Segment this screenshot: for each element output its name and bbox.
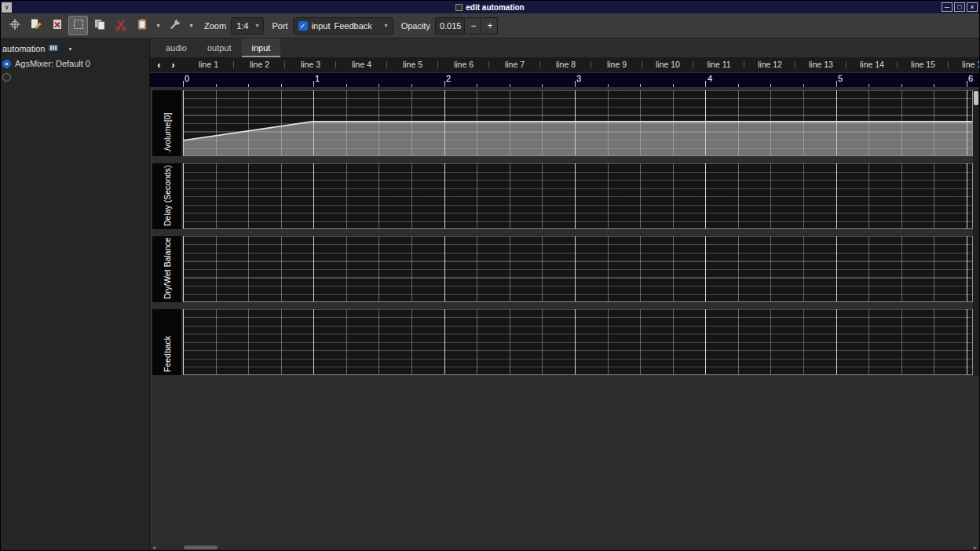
line-cells: line 1 line 2 line 3 line 4 line 5 line … bbox=[183, 57, 979, 72]
edit-tool-button[interactable] bbox=[26, 16, 46, 35]
zoom-label: Zoom bbox=[204, 21, 226, 31]
vertical-scrollbar[interactable] bbox=[973, 90, 979, 376]
select-icon bbox=[72, 18, 85, 34]
opacity-label: Opacity bbox=[401, 21, 430, 31]
lane-label-dry-wet: Dry/Wet Balance bbox=[152, 236, 181, 302]
scissors-icon bbox=[115, 18, 127, 34]
opacity-increment-button[interactable]: + bbox=[483, 17, 498, 35]
position-tool-button[interactable] bbox=[5, 16, 24, 35]
machine-radio-row[interactable] bbox=[2, 71, 148, 82]
line-label: line 7 bbox=[489, 57, 540, 72]
app-icon bbox=[455, 4, 463, 11]
tab-output[interactable]: output bbox=[197, 38, 242, 57]
paste-tool-button[interactable] bbox=[132, 16, 152, 35]
position-icon bbox=[9, 18, 21, 34]
line-label: line 16 bbox=[949, 57, 979, 72]
scroll-left-button[interactable]: ‹ bbox=[153, 60, 165, 70]
chevron-down-icon: ▾ bbox=[189, 22, 192, 29]
scroll-right-button[interactable]: › bbox=[167, 60, 179, 70]
horizontal-scrollbar-track[interactable] bbox=[159, 543, 970, 551]
zoom-combo[interactable]: 1:4 ▾ bbox=[231, 17, 264, 35]
tool-menu-button[interactable] bbox=[165, 16, 185, 35]
volume-automation-grid[interactable] bbox=[183, 90, 973, 156]
volume-automation-curve[interactable] bbox=[183, 90, 972, 155]
automation-lane: Dry/Wet Balance bbox=[150, 236, 979, 302]
dry-wet-automation-grid[interactable] bbox=[183, 236, 973, 302]
tab-audio[interactable]: audio bbox=[155, 38, 197, 57]
line-label: line 6 bbox=[438, 57, 489, 72]
line-label: line 14 bbox=[847, 57, 898, 72]
sidebar-title: automation bbox=[2, 44, 45, 53]
line-label: line 2 bbox=[234, 57, 285, 72]
line-label: line 11 bbox=[693, 57, 744, 72]
volume-curve-fill bbox=[183, 122, 972, 155]
clear-tool-button[interactable] bbox=[47, 16, 67, 35]
port-label: Port bbox=[272, 21, 287, 31]
automation-lane: Feedback bbox=[150, 309, 979, 375]
chevron-down-icon: ▾ bbox=[385, 22, 388, 29]
opacity-decrement-button[interactable]: − bbox=[466, 17, 481, 35]
scrollbar-left-arrow-icon[interactable]: ◂ bbox=[150, 544, 158, 551]
horizontal-scrollbar[interactable]: ◂ ▸ bbox=[150, 543, 979, 551]
port-combo[interactable]: ✓ input Feedback ▾ bbox=[293, 17, 393, 35]
maximize-button[interactable]: □ bbox=[954, 2, 965, 12]
line-label: line 4 bbox=[336, 57, 387, 72]
line-label: line 5 bbox=[387, 57, 438, 72]
automation-editor: audio output input ‹ › line 1 line 2 lin… bbox=[150, 38, 979, 551]
clipboard-icon bbox=[136, 18, 148, 34]
timeline-ruler: 0 1 2 3 4 5 6 bbox=[150, 73, 979, 87]
line-label: line 1 bbox=[183, 57, 234, 72]
window-menu-button[interactable]: ∨ bbox=[2, 2, 12, 13]
toolbar: ▾ ▾ Zoom 1:4 ▾ Port ✓ input Feedback ▾ O… bbox=[1, 13, 979, 38]
paste-dropdown-button[interactable]: ▾ bbox=[153, 16, 163, 35]
machine-icon bbox=[48, 42, 59, 55]
wrench-icon bbox=[169, 18, 181, 34]
delay-automation-grid[interactable] bbox=[183, 163, 973, 229]
radio-selected-icon[interactable] bbox=[2, 60, 11, 68]
chevron-down-icon: ▾ bbox=[156, 22, 159, 29]
minimize-button[interactable]: ─ bbox=[942, 2, 953, 12]
machine-sidebar: automation ▾ AgsMixer: Default 0 bbox=[1, 38, 150, 551]
line-label: line 8 bbox=[540, 57, 591, 72]
feedback-automation-grid[interactable] bbox=[183, 309, 973, 375]
lane-label-delay: Delay (Seconds) bbox=[152, 163, 181, 229]
zoom-value: 1:4 bbox=[236, 21, 248, 31]
line-label: line 3 bbox=[285, 57, 336, 72]
chevron-down-icon: ▾ bbox=[255, 22, 258, 29]
port-value: Feedback bbox=[334, 21, 371, 31]
lane-label-feedback: Feedback bbox=[152, 309, 181, 375]
port-checkbox[interactable]: ✓ bbox=[298, 21, 308, 31]
horizontal-scrollbar-handle[interactable] bbox=[184, 546, 218, 549]
titlebar: ∨ edit automation ─ □ × bbox=[1, 1, 979, 13]
lane-label-volume: ./volume[0] bbox=[152, 90, 181, 156]
pencil-icon bbox=[30, 18, 42, 34]
line-label: line 12 bbox=[744, 57, 795, 72]
line-label: line 15 bbox=[898, 57, 949, 72]
cut-tool-button[interactable] bbox=[111, 16, 130, 35]
automation-lane: Delay (Seconds) bbox=[150, 163, 979, 229]
clear-icon bbox=[51, 18, 64, 34]
opacity-input[interactable]: 0.015 bbox=[435, 17, 465, 35]
vertical-scrollbar-handle[interactable] bbox=[974, 91, 978, 105]
copy-tool-button[interactable] bbox=[90, 16, 109, 35]
tool-menu-dropdown-button[interactable]: ▾ bbox=[186, 16, 196, 35]
sidebar-dropdown-button[interactable]: ▾ bbox=[68, 46, 71, 53]
machine-radio-row[interactable]: AgsMixer: Default 0 bbox=[2, 58, 148, 69]
edit-automation-window: ∨ edit automation ─ □ × bbox=[0, 0, 980, 551]
port-check-label: input bbox=[312, 21, 331, 31]
close-button[interactable]: × bbox=[967, 2, 978, 12]
radio-unselected-icon[interactable] bbox=[2, 73, 11, 82]
chevron-down-icon: ∨ bbox=[4, 4, 9, 11]
line-header: ‹ › line 1 line 2 line 3 line 4 line 5 l… bbox=[150, 57, 979, 72]
ruler-minor-ticks bbox=[183, 84, 973, 87]
tab-input[interactable]: input bbox=[242, 38, 281, 57]
automation-lane: ./volume[0] bbox=[150, 90, 979, 156]
scrollbar-right-arrow-icon[interactable]: ▸ bbox=[971, 544, 979, 551]
line-label: line 13 bbox=[795, 57, 847, 72]
line-label: line 9 bbox=[591, 57, 642, 72]
line-label: line 10 bbox=[642, 57, 693, 72]
opacity-value: 0.015 bbox=[440, 21, 462, 31]
copy-icon bbox=[93, 18, 106, 34]
machine-label: AgsMixer: Default 0 bbox=[15, 59, 90, 68]
select-tool-button[interactable] bbox=[68, 16, 88, 35]
